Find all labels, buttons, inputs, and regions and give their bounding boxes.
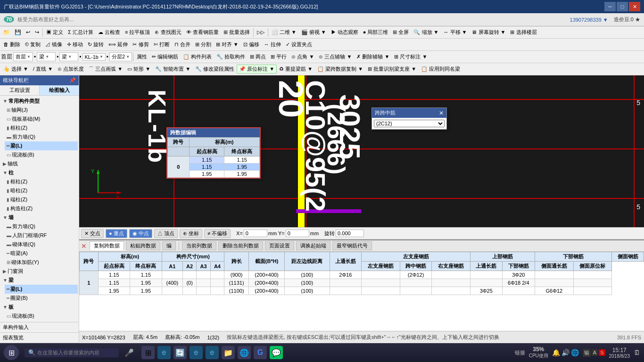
re-extract-btn[interactable]: ♻ 重提梁筋 ▼ bbox=[277, 65, 315, 74]
elev-start-3[interactable]: 1.95 bbox=[189, 171, 224, 178]
cloud-check-btn[interactable]: ☁ 云检查 bbox=[96, 28, 123, 37]
network-icon[interactable]: 🌐 bbox=[571, 349, 579, 356]
elev-start-1[interactable]: 1.15 bbox=[189, 156, 224, 164]
stretch-btn[interactable]: ↔ 拉伸 bbox=[262, 40, 283, 49]
tab-edit[interactable]: 编 bbox=[162, 241, 176, 250]
td-end-1[interactable]: 1.15 bbox=[130, 271, 162, 279]
mic-icon[interactable]: 🎤 bbox=[124, 348, 134, 357]
sidebar-item-castslab[interactable]: ▭现浇板(B) bbox=[5, 312, 78, 321]
sidebar-item-ringbeam[interactable]: ━圈梁(B) bbox=[5, 294, 78, 303]
popup-close-btn[interactable]: ✕ bbox=[439, 110, 444, 116]
taskbar-app-edge[interactable]: e bbox=[157, 346, 171, 359]
select-mode-btn[interactable]: 👆 选择 ▼ bbox=[1, 65, 31, 74]
report-preview-btn[interactable]: 报表预览 bbox=[0, 333, 79, 343]
btn-min-rebar[interactable]: 最窄钢筋代号 bbox=[332, 241, 372, 250]
td-sidecont-2[interactable] bbox=[535, 279, 574, 287]
select-floor-btn[interactable]: ⊞ 选择楼层 bbox=[508, 28, 539, 37]
canvas-area[interactable]: KL-1b 20 C10@95(2 (2666) 3025 5 5 Y bbox=[79, 75, 644, 227]
td-a3-3[interactable] bbox=[197, 287, 210, 295]
elev-end-3[interactable]: 1.95 bbox=[224, 171, 260, 178]
local3d-btn[interactable]: ● 局部三维 bbox=[361, 28, 391, 37]
taskbar-app-wechat[interactable]: 💬 bbox=[270, 346, 283, 359]
lang-input-icon[interactable]: 输 bbox=[583, 349, 591, 357]
apply-same-btn[interactable]: 📋 应用到同名梁 bbox=[419, 65, 462, 74]
save-btn[interactable]: 💾 bbox=[12, 28, 24, 36]
dim-btn[interactable]: ⊞ 尺寸标注 ▼ bbox=[392, 52, 429, 61]
name-dropdown[interactable]: KL-1b▼ bbox=[83, 53, 106, 61]
lang-a-icon[interactable]: A bbox=[592, 349, 598, 356]
td-end-2[interactable]: 1.95 bbox=[130, 279, 162, 287]
define-btn[interactable]: ▣ 定义 bbox=[44, 28, 66, 37]
search-placeholder[interactable]: 在这里输入你要搜索的内容 bbox=[37, 349, 99, 356]
sidebar-item-endcol[interactable]: ▮端柱(Z) bbox=[5, 195, 78, 204]
lang-s-icon[interactable]: S bbox=[599, 349, 605, 356]
elev-start-2[interactable]: 1.15 bbox=[189, 164, 224, 171]
floor-dropdown[interactable]: 首层▼ bbox=[13, 52, 33, 61]
phone-number[interactable]: 13907298339 ▼ bbox=[570, 17, 608, 23]
td-end-3[interactable]: 1.95 bbox=[130, 287, 162, 295]
del-aux-btn[interactable]: ✗ 删除辅轴 ▼ bbox=[354, 52, 392, 61]
point-angle-btn[interactable]: ⊙ 点角 ▼ bbox=[289, 52, 316, 61]
start-button[interactable]: ⊞ bbox=[4, 345, 19, 360]
find-element-btn[interactable]: ⊕ 查找图元 bbox=[152, 28, 183, 37]
td-sidecont-1[interactable] bbox=[535, 271, 574, 279]
level-top-btn[interactable]: ≡ 拉平板顶 bbox=[123, 28, 152, 37]
sidebar-item-darkcol[interactable]: ▮暗柱(Z) bbox=[5, 186, 78, 195]
copy-btn[interactable]: © 复制 bbox=[23, 40, 43, 49]
rotate-btn[interactable]: 🖥 屏幕旋转 ▼ bbox=[469, 28, 508, 37]
td-a3-1[interactable] bbox=[197, 271, 210, 279]
view-rebar-btn[interactable]: 👁 查看钢筋量 bbox=[184, 28, 221, 37]
x-input[interactable] bbox=[244, 230, 267, 237]
elev-end-1[interactable]: 1.15 bbox=[224, 156, 260, 164]
three-point-btn[interactable]: ⊙ 三点辅轴 ▼ bbox=[316, 52, 354, 61]
move-btn[interactable]: ✛ 移动 bbox=[65, 40, 85, 49]
dynamic-btn[interactable]: ▶ 动态观察 bbox=[329, 28, 361, 37]
edit-rebar-btn[interactable]: ✏ 编辑钢筋 bbox=[149, 52, 181, 61]
offset-btn[interactable]: ⊡ 偏移 bbox=[241, 40, 262, 49]
td-rightsup-2[interactable] bbox=[432, 279, 471, 287]
btn-del-col[interactable]: 删除当前列数据 bbox=[218, 241, 263, 250]
tab-project-settings[interactable]: 工程设置 bbox=[0, 85, 40, 95]
td-topcont-2[interactable] bbox=[330, 279, 362, 287]
line-btn[interactable]: / 直线 ▼ bbox=[31, 65, 55, 74]
snap-intersect-btn[interactable]: ✕ 交点 bbox=[81, 229, 104, 238]
y-input[interactable] bbox=[286, 230, 309, 237]
component-list-btn[interactable]: 📋 构件列表 bbox=[181, 52, 214, 61]
extend-btn[interactable]: ⟺ 延伸 bbox=[106, 40, 130, 49]
batch-select-btn[interactable]: ⊞ 批量选择 bbox=[221, 28, 252, 37]
type-dropdown[interactable]: 梁▼ bbox=[37, 52, 56, 61]
smart-place-btn[interactable]: 🔧 智能布置 ▼ bbox=[153, 65, 193, 74]
td-rightsup-1[interactable] bbox=[432, 271, 471, 279]
td-a3-2[interactable] bbox=[197, 279, 210, 287]
sidebar-item-axis[interactable]: ⊞轴网(J) bbox=[5, 106, 78, 115]
sidebar-item-masonrein[interactable]: ⊞砌体加筋(Y) bbox=[5, 258, 78, 267]
taskbar-app-refresh[interactable]: 🔄 bbox=[173, 346, 187, 359]
td-sidecont-3[interactable]: G6Φ12 bbox=[535, 287, 574, 295]
split-btn[interactable]: ⊞ 分割 bbox=[193, 40, 214, 49]
td-rightsup-3[interactable] bbox=[432, 287, 471, 295]
td-toppass-3[interactable]: 3Φ25 bbox=[471, 287, 503, 295]
td-a4-3[interactable] bbox=[210, 287, 224, 295]
parallel-btn[interactable]: ⊞ 平行 bbox=[268, 52, 289, 61]
tree-group-openings[interactable]: ▶ 门窗洞 bbox=[1, 267, 78, 276]
tab-copy-span[interactable]: 复制跨数据 bbox=[90, 241, 124, 250]
open-btn[interactable]: 📁 bbox=[1, 28, 12, 36]
two-point-btn[interactable]: ⊞ 两点 bbox=[248, 52, 268, 61]
sidebar-item-shearwall2[interactable]: ▬剪力墙(Q) bbox=[5, 222, 78, 231]
td-toppass-2[interactable] bbox=[471, 279, 503, 287]
rect-btn[interactable]: ▭ 矩形 ▼ bbox=[125, 65, 153, 74]
td-a4-2[interactable] bbox=[210, 279, 224, 287]
calc-btn[interactable]: Σ 汇总计算 bbox=[66, 28, 96, 37]
tab-paste-span[interactable]: 粘贴跨数据 bbox=[126, 241, 160, 250]
td-leftsup-1[interactable] bbox=[362, 271, 400, 279]
td-a2-2[interactable]: (0) bbox=[182, 279, 196, 287]
single-component-btn[interactable]: 单构件输入 bbox=[0, 322, 79, 333]
sidebar-item-framecol[interactable]: ▮框柱(Z) bbox=[5, 177, 78, 186]
jiazidou[interactable]: 造价豆:0 ★ bbox=[614, 16, 640, 23]
tree-group-wall[interactable]: ▼ 墙 bbox=[1, 213, 78, 222]
btn-page-setup[interactable]: 页面设置 bbox=[265, 241, 294, 250]
td-a2-3[interactable] bbox=[182, 287, 196, 295]
taskbar-app-taskview[interactable]: ⊞ bbox=[141, 346, 155, 359]
undo-btn[interactable]: ↩ bbox=[24, 28, 33, 36]
point-len-btn[interactable]: ⊙ 点加长度 bbox=[55, 65, 86, 74]
